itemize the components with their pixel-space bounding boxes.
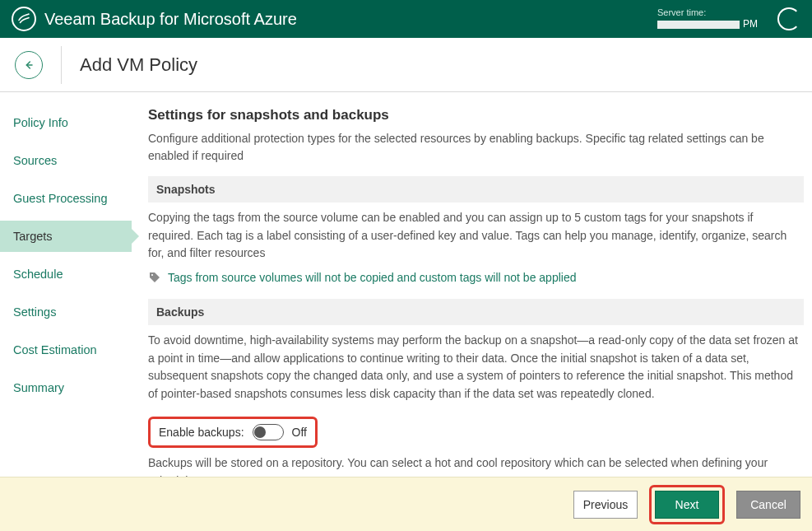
- backups-footer-note: Backups will be stored on a repository. …: [148, 454, 798, 477]
- sidebar-item-guest-processing[interactable]: Guest Processing: [0, 183, 132, 214]
- snapshots-tag-link-row: Tags from source volumes will not be cop…: [148, 271, 804, 284]
- sidebar-item-targets[interactable]: Targets: [0, 221, 132, 252]
- app-title: Veeam Backup for Microsoft Azure: [44, 10, 297, 29]
- app-logo-icon: [12, 7, 36, 31]
- sidebar-item-schedule[interactable]: Schedule: [0, 259, 132, 290]
- next-button[interactable]: Next: [655, 491, 719, 519]
- content-intro: Configure additional protection types fo…: [148, 130, 798, 165]
- snapshots-section-body: Copying the tags from the source volume …: [148, 209, 798, 263]
- sidebar-item-policy-info[interactable]: Policy Info: [0, 107, 132, 138]
- main: Policy Info Sources Guest Processing Tar…: [0, 92, 812, 477]
- page-title: Add VM Policy: [80, 54, 197, 76]
- enable-backups-label: Enable backups:: [159, 426, 244, 439]
- content-area: Settings for snapshots and backups Confi…: [132, 92, 812, 477]
- sidebar-item-summary[interactable]: Summary: [0, 372, 132, 403]
- back-button[interactable]: [15, 51, 43, 79]
- snapshots-tag-link[interactable]: Tags from source volumes will not be cop…: [168, 271, 576, 284]
- svg-point-0: [151, 274, 153, 276]
- wizard-footer: Previous Next Cancel: [0, 477, 812, 531]
- sidebar-item-sources[interactable]: Sources: [0, 145, 132, 176]
- backups-section-body: To avoid downtime, high-availability sys…: [148, 332, 798, 403]
- cancel-button[interactable]: Cancel: [736, 491, 800, 519]
- topbar: Veeam Backup for Microsoft Azure Server …: [0, 0, 812, 38]
- topbar-right: Server time: PM: [657, 7, 800, 31]
- enable-backups-highlight: Enable backups: Off: [148, 417, 318, 448]
- previous-button[interactable]: Previous: [573, 491, 638, 519]
- toggle-knob: [254, 426, 266, 438]
- backups-section-header: Backups: [148, 299, 804, 325]
- header-divider: [61, 46, 62, 84]
- user-avatar-icon[interactable]: [777, 7, 800, 30]
- content-heading: Settings for snapshots and backups: [148, 107, 804, 123]
- server-time-value: PM: [657, 18, 758, 31]
- enable-backups-state: Off: [292, 426, 307, 439]
- next-button-highlight: Next: [649, 485, 725, 524]
- sidebar-item-cost-estimation[interactable]: Cost Estimation: [0, 334, 132, 366]
- server-time-label: Server time:: [657, 7, 758, 18]
- tag-icon: [148, 271, 161, 284]
- server-time: Server time: PM: [657, 7, 758, 31]
- page-header: Add VM Policy: [0, 38, 812, 92]
- topbar-left: Veeam Backup for Microsoft Azure: [12, 7, 297, 31]
- enable-backups-toggle[interactable]: [253, 424, 284, 440]
- wizard-sidebar: Policy Info Sources Guest Processing Tar…: [0, 92, 132, 477]
- sidebar-item-settings[interactable]: Settings: [0, 296, 132, 328]
- snapshots-section-header: Snapshots: [148, 176, 804, 203]
